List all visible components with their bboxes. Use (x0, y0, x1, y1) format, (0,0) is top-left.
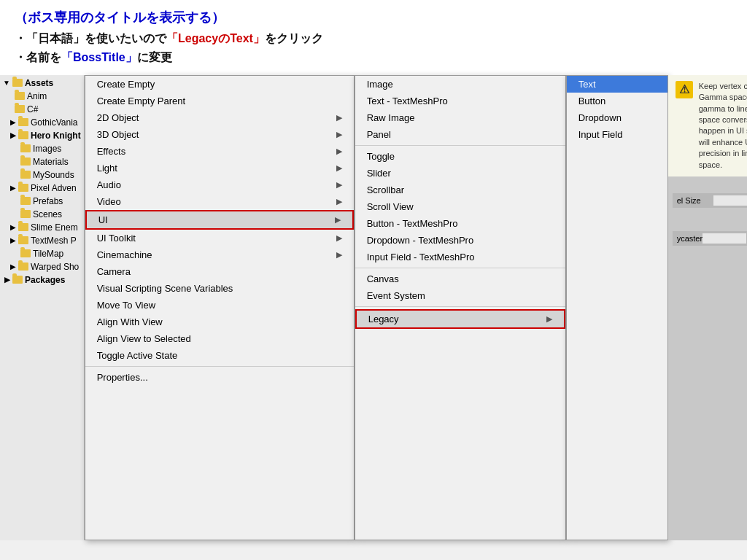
menu-item-2d-object[interactable]: 2D Object ▶ (85, 109, 354, 126)
menu-item-label: Camera (97, 266, 131, 277)
sidebar-item-packages[interactable]: ▶ Packages (0, 273, 84, 287)
menu3-item-dropdown[interactable]: Dropdown (567, 109, 667, 126)
sidebar-item-textmeshp[interactable]: ▶ TextMesh P (0, 234, 84, 247)
menu-item-create-empty-parent[interactable]: Create Empty Parent (85, 93, 354, 109)
menu-item-label: Input Field - TextMeshPro (367, 252, 475, 262)
raycaster-row: ycaster (673, 231, 747, 246)
menu-item-toggle-active-state[interactable]: Toggle Active State (85, 347, 354, 364)
sidebar-label: Materials (33, 157, 69, 167)
menu2-item-raw-image[interactable]: Raw Image (355, 109, 565, 126)
menu-item-cinemachine[interactable]: Cinemachine ▶ (85, 246, 354, 263)
sidebar-item-warpedshore[interactable]: ▶ Warped Sho (0, 260, 84, 273)
sidebar-item-scenes[interactable]: Scenes (0, 208, 84, 221)
folder-icon (20, 197, 31, 205)
menu-item-label: Visual Scripting Scene Variables (97, 283, 233, 294)
menu-item-visual-scripting[interactable]: Visual Scripting Scene Variables (85, 280, 354, 297)
folder-icon (18, 131, 28, 139)
menu2-item-image[interactable]: Image (355, 76, 565, 93)
menu2-item-toggle[interactable]: Toggle (355, 148, 565, 165)
tree-arrow: ▶ (10, 236, 16, 244)
menu2-item-scroll-view[interactable]: Scroll View (355, 198, 565, 215)
menu-item-move-to-view[interactable]: Move To View (85, 297, 354, 314)
folder-icon (18, 223, 28, 231)
folder-icon (18, 184, 28, 192)
menu3-item-button[interactable]: Button (567, 93, 667, 109)
menu-item-label: Align View to Selected (97, 333, 191, 344)
sidebar-label: Scenes (33, 209, 62, 219)
folder-icon (20, 210, 31, 218)
folder-icon (20, 171, 31, 179)
pixel-size-input[interactable] (713, 195, 747, 206)
context-menus-container: Create Empty Create Empty Parent 2D Obje… (85, 75, 747, 540)
menu-item-properties[interactable]: Properties... (85, 369, 354, 386)
menu3-item-input-field[interactable]: Input Field (567, 126, 667, 143)
bullet2-suffix: に変更 (137, 51, 172, 63)
sidebar-item-csharp[interactable]: C# (0, 103, 84, 116)
menu-item-effects[interactable]: Effects ▶ (85, 143, 354, 160)
menu-item-light[interactable]: Light ▶ (85, 160, 354, 176)
menu2-item-scrollbar[interactable]: Scrollbar (355, 182, 565, 198)
menu-item-align-view-to-selected[interactable]: Align View to Selected (85, 330, 354, 347)
menu2-item-textmeshpro[interactable]: Text - TextMeshPro (355, 93, 565, 109)
menu-item-audio[interactable]: Audio ▶ (85, 176, 354, 193)
menu-item-ui-toolkit[interactable]: UI Toolkit ▶ (85, 230, 354, 246)
menu-item-label: Move To View (97, 300, 155, 311)
menu-item-label: Scroll View (367, 201, 414, 212)
menu-item-label: Button - TextMeshPro (367, 218, 458, 229)
menu-item-label: Event System (367, 290, 425, 301)
sidebar-item-anim[interactable]: Anim (0, 90, 84, 103)
menu-item-label: Toggle Active State (97, 350, 178, 361)
sidebar-label: GothicVania (31, 117, 77, 128)
sidebar-label: Pixel Adven (31, 183, 77, 193)
assets-sidebar: ▼ Assets Anim C# ▶ GothicVania ▶ Hero Kn… (0, 75, 85, 540)
menu-item-ui[interactable]: UI ▶ (85, 210, 354, 230)
menu-item-label: 2D Object (97, 112, 139, 123)
menu-item-align-with-view[interactable]: Align With View (85, 314, 354, 330)
pixel-size-row: el Size ▼ (673, 193, 747, 208)
pixel-size-label: el Size (677, 196, 701, 205)
header-area: （ボス専用のタイトルを表示する） ・「日本語」を使いたいので「LegacyのTe… (0, 0, 747, 75)
warning-icon: ⚠ (676, 81, 693, 98)
sidebar-item-slimeenem[interactable]: ▶ Slime Enem (0, 221, 84, 234)
menu2-item-panel[interactable]: Panel (355, 126, 565, 143)
sidebar-item-tilemap[interactable]: TileMap (0, 247, 84, 260)
menu2-item-canvas[interactable]: Canvas (355, 271, 565, 287)
sidebar-item-pixeladven[interactable]: ▶ Pixel Adven (0, 182, 84, 195)
submenu-arrow: ▶ (336, 130, 342, 139)
sidebar-label: Slime Enem (31, 222, 78, 233)
sidebar-label: MySounds (33, 170, 74, 180)
menu-item-label: Align With View (97, 316, 163, 327)
folder-icon (18, 236, 28, 244)
raycaster-input[interactable] (703, 233, 746, 244)
sidebar-label: Anim (27, 91, 47, 101)
menu-item-label: Image (367, 79, 393, 90)
menu-item-label: Effects (97, 146, 126, 157)
menu3-item-text[interactable]: Text (567, 76, 667, 93)
sidebar-item-gothicvania[interactable]: ▶ GothicVania (0, 116, 84, 129)
assets-root[interactable]: ▼ Assets (0, 77, 84, 90)
menu-item-create-empty[interactable]: Create Empty (85, 76, 354, 93)
sidebar-item-images[interactable]: Images (0, 142, 84, 155)
context-menu-1: Create Empty Create Empty Parent 2D Obje… (85, 75, 355, 540)
menu-item-video[interactable]: Video ▶ (85, 193, 354, 210)
menu2-item-legacy[interactable]: Legacy ▶ (355, 309, 565, 329)
sidebar-item-prefabs[interactable]: Prefabs (0, 195, 84, 208)
menu-item-label: Slider (367, 168, 391, 179)
submenu-arrow: ▶ (546, 314, 552, 324)
sidebar-item-materials[interactable]: Materials (0, 155, 84, 168)
menu2-item-dropdown-tmp[interactable]: Dropdown - TextMeshPro (355, 232, 565, 249)
menu2-item-event-system[interactable]: Event System (355, 287, 565, 304)
menu-item-label: Button (578, 96, 606, 106)
tree-arrow: ▶ (4, 276, 10, 284)
assets-label: Assets (25, 78, 53, 88)
menu-item-3d-object[interactable]: 3D Object ▶ (85, 126, 354, 143)
menu-item-camera[interactable]: Camera (85, 263, 354, 280)
menu2-item-slider[interactable]: Slider (355, 165, 565, 182)
sidebar-item-mysounds[interactable]: MySounds (0, 168, 84, 182)
submenu-arrow: ▶ (336, 197, 342, 206)
menu2-item-inputfield-tmp[interactable]: Input Field - TextMeshPro (355, 249, 565, 265)
menu-item-label: 3D Object (97, 129, 139, 140)
sidebar-item-heroknight[interactable]: ▶ Hero Knight (0, 129, 84, 142)
bullet2-prefix: ・名前を (15, 51, 61, 63)
menu2-item-button-tmp[interactable]: Button - TextMeshPro (355, 215, 565, 232)
